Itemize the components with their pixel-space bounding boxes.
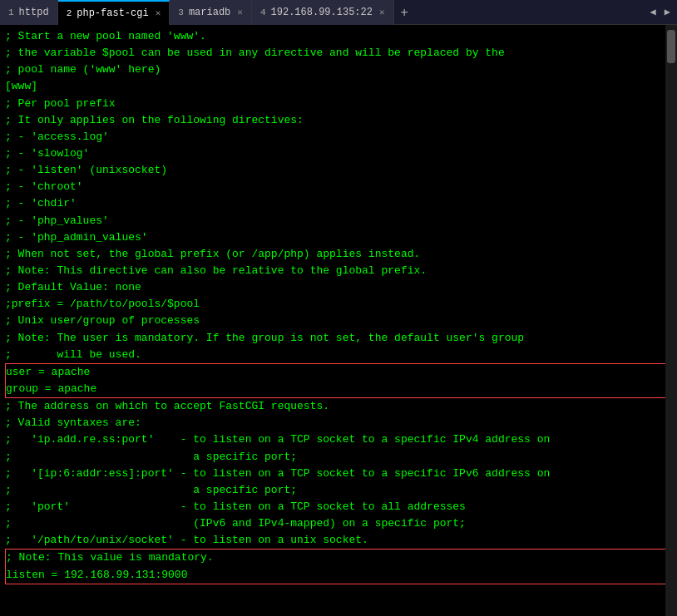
line-1: ; the variable $pool can be used in any …: [5, 45, 672, 62]
tab-close-2[interactable]: ✕: [156, 7, 161, 18]
line-16: ; Default Value: none: [5, 279, 672, 296]
line-32: ; (IPv6 and IPv4-mapped) on a specific p…: [5, 515, 672, 532]
line-31: ; 'port' - to listen on a TCP socket to …: [5, 499, 672, 515]
scrollbar-thumb[interactable]: [667, 30, 675, 63]
line-8: ; - 'slowlog': [5, 145, 672, 162]
line-9: ; - 'listen' (unixsocket): [5, 162, 672, 179]
line-20: ; Note: The user is mandatory. If the gr…: [5, 330, 672, 347]
line-12: ; - 'php_values': [5, 213, 672, 229]
line-28: ; a specific port;: [5, 449, 672, 466]
terminal-content: ; Start a new pool named 'www'.; the var…: [0, 25, 677, 616]
line-7: ; - 'access.log': [5, 129, 672, 145]
tab-label-3: mariadb: [189, 7, 230, 18]
line-17: ;prefix = /path/to/pools/$pool: [5, 296, 672, 313]
tab-num-2: 2: [67, 8, 72, 18]
line-21: ; will be used.: [5, 347, 672, 363]
tab-bar: 1 httpd 2 php-fast-cgi ✕ 3 mariadb ✕ 4 1…: [0, 0, 677, 25]
line-0: ; Start a new pool named 'www'.: [5, 28, 672, 45]
tab-num-3: 3: [178, 7, 184, 17]
line-22: user = apache: [5, 363, 672, 381]
line-25: ; The address on which to accept FastCGI…: [5, 398, 672, 415]
tab-close-3[interactable]: ✕: [237, 7, 243, 17]
line-3: [www]: [5, 78, 672, 95]
line-5: ; Per pool prefix: [5, 96, 672, 112]
line-34: ; Note: This value is mandatory.: [5, 549, 672, 566]
line-26: ; Valid syntaxes are:: [5, 415, 672, 431]
line-19: ; Unix user/group of processes: [5, 313, 672, 329]
line-14: ; When not set, the global prefix (or /a…: [5, 246, 672, 263]
line-23: group = apache: [5, 381, 672, 398]
line-30: ; a specific port;: [5, 482, 672, 499]
tab-label-4: 192.168.99.135:22: [271, 7, 373, 18]
tab-num-4: 4: [260, 7, 266, 17]
tab-label-2: php-fast-cgi: [77, 7, 148, 19]
line-29: ; '[ip:6:addr:ess]:port' - to listen on …: [5, 466, 672, 482]
tab-num-1: 1: [8, 7, 14, 17]
line-2: ; pool name ('www' here): [5, 62, 672, 78]
new-tab-button[interactable]: +: [394, 0, 415, 25]
tab-httpd[interactable]: 1 httpd: [0, 0, 58, 25]
tab-prev-button[interactable]: ◀: [647, 4, 660, 20]
tab-close-4[interactable]: ✕: [379, 7, 385, 17]
line-27: ; 'ip.add.re.ss:port' - to listen on a T…: [5, 431, 672, 448]
tab-label-1: httpd: [19, 7, 49, 18]
line-10: ; - 'chroot': [5, 179, 672, 195]
line-35: listen = 192.168.99.131:9000: [5, 567, 672, 584]
tab-php-fast-cgi[interactable]: 2 php-fast-cgi ✕: [58, 0, 170, 25]
line-33: ; '/path/to/unix/socket' - to listen on …: [5, 532, 672, 549]
line-13: ; - 'php_admin_values': [5, 229, 672, 246]
scrollbar[interactable]: [665, 25, 677, 616]
tab-mariadb[interactable]: 3 mariadb ✕: [170, 0, 252, 25]
tab-nav: ◀ ▶: [647, 4, 677, 20]
line-6: ; It only applies on the following direc…: [5, 112, 672, 129]
line-15: ; Note: This directive can also be relat…: [5, 263, 672, 279]
tab-next-button[interactable]: ▶: [661, 4, 674, 20]
tab-ssh[interactable]: 4 192.168.99.135:22 ✕: [252, 0, 394, 25]
line-11: ; - 'chdir': [5, 195, 672, 212]
